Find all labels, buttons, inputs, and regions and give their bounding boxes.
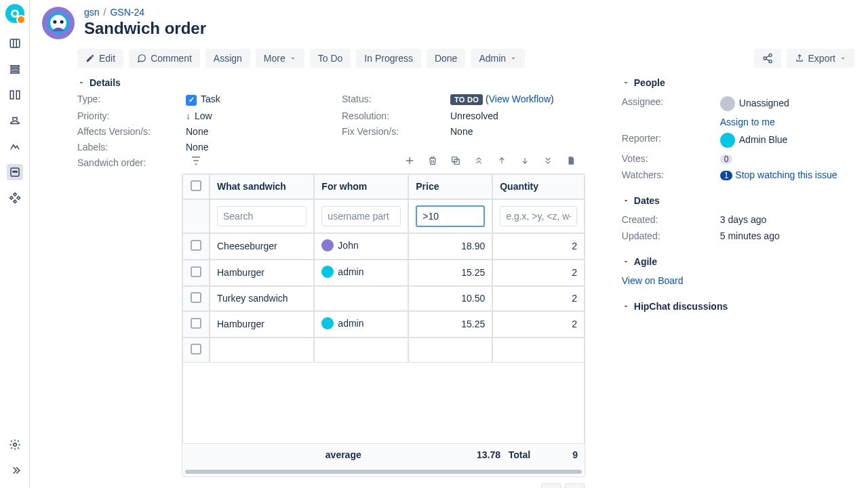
- filter-price-input[interactable]: [416, 205, 485, 227]
- col-forwhom[interactable]: For whom: [314, 174, 408, 199]
- delete-row-icon[interactable]: [426, 154, 439, 167]
- cell-what[interactable]: Hamburger: [210, 311, 314, 338]
- user-chip: John: [321, 239, 358, 251]
- row-checkbox[interactable]: [191, 318, 201, 329]
- table-row[interactable]: Cheeseburger John 18.90 2: [182, 233, 585, 260]
- avatar-icon: [321, 266, 334, 278]
- more-button[interactable]: More: [256, 49, 304, 68]
- filter-icon[interactable]: [189, 154, 203, 167]
- sidebar-reports-icon[interactable]: [7, 138, 23, 155]
- breadcrumb-project[interactable]: gsn: [84, 7, 100, 18]
- people-section-title[interactable]: People: [622, 77, 854, 88]
- share-button[interactable]: [754, 49, 781, 68]
- cell-what[interactable]: Hamburger: [210, 260, 314, 286]
- issue-toolbar: Edit Comment Assign More To Do In Progre…: [30, 45, 868, 77]
- edit-button[interactable]: Edit: [77, 49, 123, 68]
- sidebar-columns-icon[interactable]: [7, 87, 23, 103]
- hipchat-section-title[interactable]: HipChat discussions: [622, 301, 854, 312]
- row-checkbox[interactable]: [191, 240, 201, 251]
- copy-row-icon[interactable]: [449, 154, 462, 167]
- footer-total-value: 9: [537, 444, 585, 466]
- confirm-icon[interactable]: ✓: [541, 483, 561, 489]
- move-bottom-icon[interactable]: [541, 154, 555, 167]
- svg-rect-6: [10, 91, 14, 99]
- transition-done-button[interactable]: Done: [427, 49, 465, 68]
- transition-inprogress-button[interactable]: In Progress: [356, 49, 421, 68]
- row-checkbox[interactable]: [191, 266, 201, 277]
- sidebar-expand-icon[interactable]: [7, 462, 23, 479]
- app-logo[interactable]: [5, 4, 24, 23]
- filter-quantity-input[interactable]: [500, 206, 577, 226]
- add-row-icon[interactable]: [403, 154, 416, 167]
- svg-point-16: [764, 57, 766, 60]
- view-on-board-link[interactable]: View on Board: [622, 275, 684, 286]
- row-checkbox[interactable]: [191, 292, 201, 303]
- svg-point-17: [769, 60, 772, 63]
- filter-what-input[interactable]: [217, 206, 307, 226]
- cell-price[interactable]: 15.25: [408, 311, 492, 338]
- task-icon: [186, 95, 197, 106]
- updated-value: 5 minutes ago: [720, 230, 780, 241]
- dates-section-title[interactable]: Dates: [622, 195, 854, 206]
- sidebar-issues-icon[interactable]: [7, 164, 23, 180]
- col-what[interactable]: What sandwich: [210, 174, 314, 199]
- table-row[interactable]: Turkey sandwich 10.50 2: [182, 286, 585, 311]
- agile-section-title[interactable]: Agile: [622, 256, 854, 267]
- transition-todo-button[interactable]: To Do: [310, 49, 351, 68]
- assign-button[interactable]: Assign: [205, 49, 250, 68]
- table-row[interactable]: Hamburger admin 15.25 2: [182, 311, 585, 338]
- col-price[interactable]: Price: [408, 174, 492, 199]
- cell-price[interactable]: 10.50: [408, 286, 492, 311]
- select-all-checkbox[interactable]: [191, 180, 201, 191]
- stop-watching-link[interactable]: Stop watching this issue: [735, 169, 837, 180]
- cancel-icon[interactable]: ✕: [564, 483, 585, 489]
- export-button[interactable]: Export: [787, 49, 854, 68]
- details-section-title[interactable]: Details: [77, 77, 595, 88]
- move-down-icon[interactable]: [518, 154, 532, 167]
- cell-qty[interactable]: 2: [492, 260, 585, 286]
- footer-avg-label: average: [326, 449, 361, 460]
- watchers-label: Watchers:: [622, 169, 720, 180]
- comment-button[interactable]: Comment: [129, 49, 200, 68]
- cell-what[interactable]: Cheeseburger: [210, 233, 314, 260]
- cell-price[interactable]: 18.90: [408, 233, 492, 260]
- cell-forwhom[interactable]: admin: [314, 311, 408, 338]
- cell-qty[interactable]: 2: [492, 233, 585, 260]
- row-checkbox[interactable]: [191, 344, 201, 354]
- cell-qty[interactable]: 2: [492, 311, 585, 338]
- sidebar-backlog-icon[interactable]: [7, 61, 23, 77]
- affects-value: None: [186, 126, 342, 137]
- cell-what[interactable]: Turkey sandwich: [210, 286, 314, 311]
- created-label: Created:: [622, 214, 720, 225]
- footer-avg-value: 13.78: [477, 449, 500, 460]
- reporter-label: Reporter:: [622, 133, 720, 148]
- sidebar-board-icon[interactable]: [7, 35, 23, 52]
- svg-point-15: [769, 54, 772, 56]
- resolution-value: Unresolved: [450, 110, 586, 121]
- avatar-icon: [720, 133, 735, 148]
- sidebar-settings-icon[interactable]: [7, 436, 23, 453]
- move-top-icon[interactable]: [472, 154, 486, 167]
- assign-to-me-link[interactable]: Assign to me: [720, 117, 775, 127]
- breadcrumb-key[interactable]: GSN-24: [110, 7, 144, 18]
- svg-rect-2: [10, 39, 20, 47]
- view-workflow-link[interactable]: View Workflow: [489, 94, 551, 104]
- avatar-icon: [720, 96, 735, 111]
- sidebar-addon-icon[interactable]: [7, 190, 23, 206]
- cell-forwhom[interactable]: admin: [314, 260, 408, 286]
- cell-qty[interactable]: 2: [492, 286, 585, 311]
- document-icon[interactable]: [564, 154, 578, 167]
- table-row[interactable]: Hamburger admin 15.25 2: [182, 260, 585, 286]
- admin-button[interactable]: Admin: [471, 49, 525, 68]
- issue-summary: Sandwich order: [84, 19, 206, 38]
- move-up-icon[interactable]: [495, 154, 509, 167]
- sidebar-ship-icon[interactable]: [7, 113, 23, 129]
- cell-forwhom[interactable]: [314, 286, 408, 311]
- cell-price[interactable]: 15.25: [408, 260, 492, 286]
- cell-forwhom[interactable]: John: [314, 233, 408, 260]
- filter-forwhom-input[interactable]: [321, 206, 401, 226]
- priority-label: Priority:: [77, 110, 186, 121]
- reporter-value: Admin Blue: [720, 133, 788, 148]
- col-quantity[interactable]: Quantity: [492, 174, 585, 199]
- horizontal-scrollbar[interactable]: [185, 470, 582, 474]
